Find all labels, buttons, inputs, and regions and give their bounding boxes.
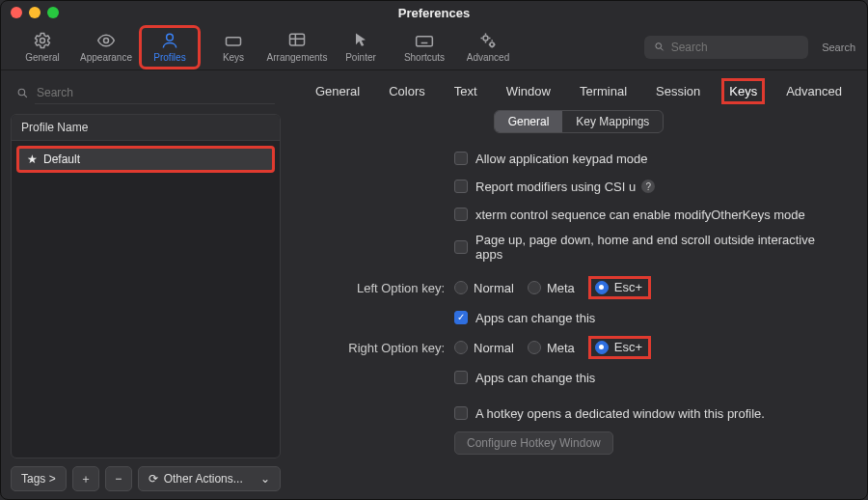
svg-rect-5 xyxy=(417,37,433,46)
toolbar-keys[interactable]: Keys xyxy=(203,26,263,69)
titlebar: Preferences xyxy=(1,1,867,24)
profile-icon xyxy=(160,31,179,50)
left-opt-esc[interactable]: Esc+ xyxy=(588,276,651,299)
keyboard-icon xyxy=(415,31,434,50)
close-icon[interactable] xyxy=(11,7,22,18)
profile-list: Profile Name ★ Default xyxy=(11,114,281,458)
left-opt-meta[interactable]: Meta xyxy=(528,281,575,295)
tab-keys[interactable]: Keys xyxy=(725,82,761,100)
svg-rect-4 xyxy=(290,34,305,45)
keys-icon xyxy=(224,31,243,50)
zoom-icon[interactable] xyxy=(47,7,59,18)
toolbar-label: Keys xyxy=(223,52,244,63)
sidebar-search-input[interactable] xyxy=(35,82,275,104)
profile-tabs: General Colors Text Window Terminal Sess… xyxy=(310,82,848,100)
chk-csi-u[interactable] xyxy=(454,180,468,193)
toolbar-shortcuts[interactable]: Shortcuts xyxy=(394,26,454,69)
svg-point-7 xyxy=(490,42,494,46)
toolbar-profiles[interactable]: Profiles xyxy=(140,26,200,69)
sidebar: Profile Name ★ Default Tags > ＋ − ⟳Other… xyxy=(1,70,290,500)
profile-name: Default xyxy=(43,153,80,166)
right-opt-esc[interactable]: Esc+ xyxy=(588,336,651,359)
gears-icon xyxy=(478,31,498,50)
svg-rect-3 xyxy=(227,38,241,45)
subtab-keymappings[interactable]: Key Mappings xyxy=(562,111,663,132)
svg-point-9 xyxy=(18,89,25,96)
chk-pageup[interactable] xyxy=(454,240,468,254)
help-icon[interactable]: ? xyxy=(641,180,655,193)
toolbar-label: Advanced xyxy=(467,52,509,63)
chk-keypad-mode[interactable] xyxy=(454,152,468,165)
toolbar-appearance[interactable]: Appearance xyxy=(76,26,136,69)
chk-right-apps-label: Apps can change this xyxy=(475,371,595,385)
chk-hotkey[interactable] xyxy=(454,406,468,420)
search-icon xyxy=(16,87,29,99)
right-opt-meta[interactable]: Meta xyxy=(528,341,575,355)
right-opt-normal[interactable]: Normal xyxy=(454,341,514,355)
chk-xterm[interactable] xyxy=(454,208,468,221)
other-actions-label: Other Actions... xyxy=(164,472,243,486)
toolbar-advanced[interactable]: Advanced xyxy=(458,26,518,69)
tab-session[interactable]: Session xyxy=(652,82,704,100)
chk-hotkey-label: A hotkey opens a dedicated window with t… xyxy=(475,406,765,421)
toolbar: General Appearance Profiles Keys Arrange… xyxy=(1,24,867,70)
toolbar-label: General xyxy=(25,52,60,63)
star-icon: ★ xyxy=(27,153,38,166)
chevron-down-icon: ⌄ xyxy=(260,472,270,486)
chk-left-apps-label: Apps can change this xyxy=(475,311,595,325)
toolbar-label: Appearance xyxy=(80,52,132,63)
toolbar-arrangements[interactable]: Arrangements xyxy=(267,26,327,69)
chk-keypad-label: Allow application keypad mode xyxy=(475,152,648,166)
toolbar-label: Profiles xyxy=(153,52,185,63)
tab-advanced[interactable]: Advanced xyxy=(782,82,846,100)
add-profile-button[interactable]: ＋ xyxy=(72,466,99,491)
keys-subtabs: General Key Mappings xyxy=(310,110,848,133)
tags-button[interactable]: Tags > xyxy=(11,466,67,491)
toolbar-label: Shortcuts xyxy=(404,52,445,63)
tab-colors[interactable]: Colors xyxy=(385,82,429,100)
remove-profile-button[interactable]: − xyxy=(105,466,132,491)
plus-icon: ＋ xyxy=(80,471,92,487)
main-panel: General Colors Text Window Terminal Sess… xyxy=(290,70,867,500)
left-opt-normal[interactable]: Normal xyxy=(454,281,514,295)
window-controls xyxy=(11,7,59,18)
sidebar-search[interactable] xyxy=(11,80,281,106)
other-actions-dropdown[interactable]: ⟳Other Actions... ⌄ xyxy=(138,466,281,491)
tab-window[interactable]: Window xyxy=(502,82,555,100)
grid-icon xyxy=(287,31,307,50)
left-option-label: Left Option key: xyxy=(319,281,454,295)
toolbar-label: Pointer xyxy=(345,52,376,63)
chk-right-apps[interactable] xyxy=(454,371,468,384)
pointer-icon xyxy=(351,31,370,50)
toolbar-label: Arrangements xyxy=(267,52,328,63)
eye-icon xyxy=(96,31,116,50)
gear-icon xyxy=(33,31,52,50)
chk-left-apps[interactable] xyxy=(454,311,468,324)
loop-icon: ⟳ xyxy=(149,472,158,486)
tab-terminal[interactable]: Terminal xyxy=(576,82,631,100)
svg-point-6 xyxy=(483,36,488,41)
right-option-label: Right Option key: xyxy=(319,341,454,355)
search-icon xyxy=(654,41,665,53)
configure-hotkey-button[interactable]: Configure Hotkey Window xyxy=(454,431,613,455)
tab-text[interactable]: Text xyxy=(450,82,481,100)
subtab-general[interactable]: General xyxy=(495,111,563,132)
svg-point-8 xyxy=(656,43,662,49)
window-title: Preferences xyxy=(59,6,809,20)
toolbar-search[interactable] xyxy=(644,36,808,59)
chk-xterm-label: xterm control sequence can enable modify… xyxy=(475,208,805,222)
toolbar-general[interactable]: General xyxy=(13,26,72,69)
sidebar-footer: Tags > ＋ − ⟳Other Actions... ⌄ xyxy=(11,466,281,491)
search-label: Search xyxy=(822,42,855,53)
toolbar-search-input[interactable] xyxy=(671,41,800,54)
toolbar-pointer[interactable]: Pointer xyxy=(331,26,391,69)
profile-row-default[interactable]: ★ Default xyxy=(17,147,274,172)
tab-general[interactable]: General xyxy=(312,82,364,100)
svg-point-2 xyxy=(167,34,174,41)
chk-pageup-label: Page up, page down, home and end scroll … xyxy=(475,233,838,262)
svg-point-0 xyxy=(41,39,45,43)
minus-icon: − xyxy=(115,472,122,486)
keys-form: Allow application keypad mode Report mod… xyxy=(310,143,848,455)
profile-header: Profile Name xyxy=(12,115,280,141)
minimize-icon[interactable] xyxy=(29,7,41,18)
